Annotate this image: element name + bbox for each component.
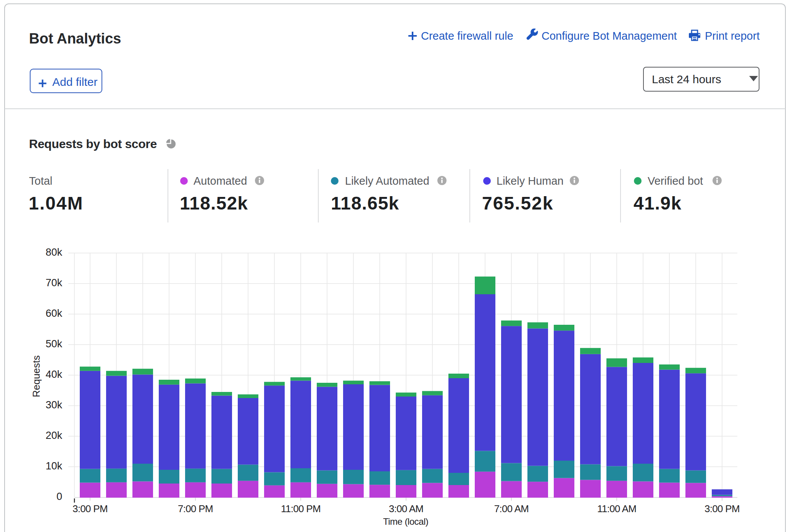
- svg-text:Requests: Requests: [31, 355, 42, 397]
- svg-text:7:00 AM: 7:00 AM: [494, 503, 529, 514]
- svg-text:50k: 50k: [45, 338, 62, 350]
- svg-text:11:00 AM: 11:00 AM: [597, 503, 636, 514]
- svg-text:Time (local): Time (local): [383, 516, 428, 527]
- svg-text:60k: 60k: [45, 308, 62, 319]
- svg-text:30k: 30k: [45, 399, 62, 411]
- svg-text:3:00 PM: 3:00 PM: [73, 503, 108, 514]
- svg-text:0: 0: [56, 491, 62, 502]
- svg-text:20k: 20k: [45, 430, 62, 441]
- svg-text:80k: 80k: [45, 247, 62, 258]
- svg-text:7:00 PM: 7:00 PM: [178, 503, 213, 514]
- svg-text:70k: 70k: [45, 277, 62, 289]
- svg-text:10k: 10k: [45, 460, 62, 472]
- svg-text:3:00 AM: 3:00 AM: [389, 503, 424, 514]
- svg-text:11:00 PM: 11:00 PM: [281, 503, 321, 514]
- svg-text:3:00 PM: 3:00 PM: [705, 503, 740, 514]
- svg-text:40k: 40k: [45, 369, 62, 380]
